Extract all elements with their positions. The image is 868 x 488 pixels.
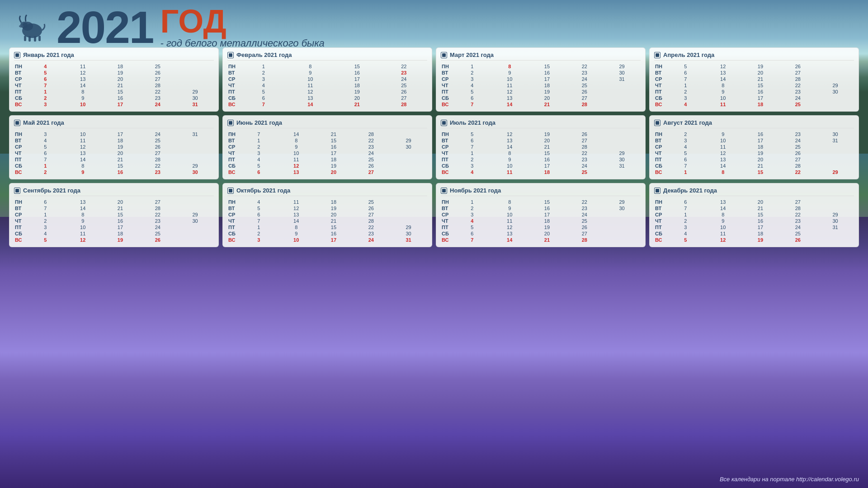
day-label: ПТ (654, 156, 667, 163)
day-cell: 12 (491, 224, 528, 230)
day-cell: 28 (779, 205, 816, 211)
day-cell: 4 (453, 82, 491, 89)
calendar-row: СБ6132027 (441, 95, 641, 101)
day-cell: 9 (491, 70, 528, 76)
month-title: Декабрь 2021 года (663, 187, 717, 194)
day-cell: 5 (240, 89, 287, 95)
month-card-1: Январь 2021 годаПН4111825ВТ5121926СР6132… (9, 47, 219, 112)
day-cell: 28 (566, 101, 603, 108)
day-cell: 11 (704, 101, 742, 108)
day-cell: 20 (102, 150, 139, 156)
day-cell: 3 (240, 150, 278, 156)
month-card-6: Июнь 2021 годаПН7142128ВТ18152229СР29162… (222, 115, 432, 179)
day-cell: 2 (667, 131, 704, 137)
day-cell: 5 (27, 70, 64, 76)
day-cell: 26 (566, 89, 603, 95)
day-cell: 30 (176, 95, 214, 101)
calendar-row: ПТ5121926 (227, 89, 427, 95)
day-label: ЧТ (14, 82, 27, 89)
month-header: Май 2021 года (14, 119, 214, 128)
day-cell: 30 (603, 205, 641, 211)
day-label: СР (654, 76, 667, 82)
day-cell: 29 (390, 224, 427, 230)
day-label: ПН (227, 199, 240, 205)
day-cell: 16 (528, 205, 566, 211)
calendar-row: СБ6132027 (441, 230, 641, 237)
calendar-row: СБ18152229 (14, 163, 214, 169)
day-label: ВС (654, 237, 667, 243)
day-cell: 26 (566, 131, 603, 137)
day-cell: 6 (453, 230, 491, 237)
day-label: ПТ (14, 224, 27, 230)
day-cell: 7 (667, 205, 704, 211)
calendar-row: ЧТ7142128 (227, 218, 427, 224)
calendar-row: СР18152229 (14, 211, 214, 218)
day-cell: 18 (315, 199, 353, 205)
day-cell: 4 (240, 199, 278, 205)
day-cell: 26 (779, 63, 816, 70)
day-label: СР (441, 144, 453, 150)
day-label: ВС (654, 169, 667, 175)
month-card-11: Ноябрь 2021 годаПН18152229ВТ29162330СР31… (436, 183, 646, 247)
calendar-row: ПТ310172431 (654, 224, 854, 230)
day-cell: 30 (390, 144, 427, 150)
day-label: ВС (441, 101, 453, 108)
month-grid: ПН4111825ВТ5121926СР6132027ЧТ7142128ПТ18… (227, 199, 427, 243)
day-cell: 22 (566, 63, 603, 70)
day-cell: 9 (64, 95, 102, 101)
day-cell: 19 (528, 224, 566, 230)
day-cell: 12 (278, 205, 315, 211)
day-cell: 29 (176, 211, 214, 218)
day-cell: 2 (453, 156, 491, 163)
day-cell: 12 (64, 144, 102, 150)
calendar-row: СБ29162330 (227, 230, 427, 237)
day-cell: 11 (491, 82, 528, 89)
day-label: СР (227, 76, 240, 82)
calendar-row: ВС7142128 (441, 101, 641, 108)
day-cell: 19 (315, 205, 353, 211)
day-cell: 17 (528, 163, 566, 169)
month-title: Сентябрь 2021 года (23, 187, 80, 194)
month-title: Март 2021 года (450, 52, 494, 58)
header: 2021 ГОД - год белого металлического бык… (14, 5, 325, 50)
day-cell: 14 (491, 144, 528, 150)
day-cell: 23 (381, 70, 428, 76)
day-label: ЧТ (654, 150, 667, 156)
day-cell: 24 (566, 211, 603, 218)
day-cell: 11 (64, 230, 102, 237)
day-cell: 14 (64, 82, 102, 89)
month-card-8: Август 2021 годаПН29162330ВТ310172431СР4… (649, 115, 859, 179)
day-cell: 18 (742, 101, 779, 108)
day-cell: 10 (491, 163, 528, 169)
month-grid: ПН18152229ВТ29162330СР3101724ЧТ4111825ПТ… (441, 199, 641, 243)
month-header: Сентябрь 2021 года (14, 187, 214, 196)
day-cell: 6 (667, 199, 704, 205)
day-cell: 27 (779, 156, 816, 163)
day-cell: 21 (528, 101, 566, 108)
day-cell: 2 (667, 89, 704, 95)
calendar-row: СБ5121926 (227, 163, 427, 169)
day-cell: 1 (667, 82, 704, 89)
day-label: СБ (654, 230, 667, 237)
day-cell: 23 (566, 70, 603, 76)
day-cell: 31 (176, 101, 214, 108)
day-cell: 20 (528, 137, 566, 144)
calendar-row: ВТ291623 (227, 70, 427, 76)
calendar-row: ВС5121926 (654, 237, 854, 243)
day-cell: 6 (27, 199, 64, 205)
calendar-row: ВС6132027 (227, 169, 427, 175)
day-cell: 21 (315, 131, 353, 137)
calendar-row: ЧТ7142128 (14, 82, 214, 89)
day-cell: 16 (334, 70, 381, 76)
day-cell: 16 (528, 156, 566, 163)
day-label: ВТ (654, 205, 667, 211)
day-cell: 31 (603, 163, 641, 169)
day-cell: 19 (742, 237, 779, 243)
day-label: ВС (227, 169, 240, 175)
day-cell: 3 (240, 76, 287, 82)
month-card-10: Октябрь 2021 годаПН4111825ВТ5121926СР613… (222, 183, 432, 247)
day-cell: 25 (352, 156, 390, 163)
day-cell: 11 (64, 63, 102, 70)
day-cell: 3 (667, 224, 704, 230)
day-label: ВТ (14, 137, 27, 144)
